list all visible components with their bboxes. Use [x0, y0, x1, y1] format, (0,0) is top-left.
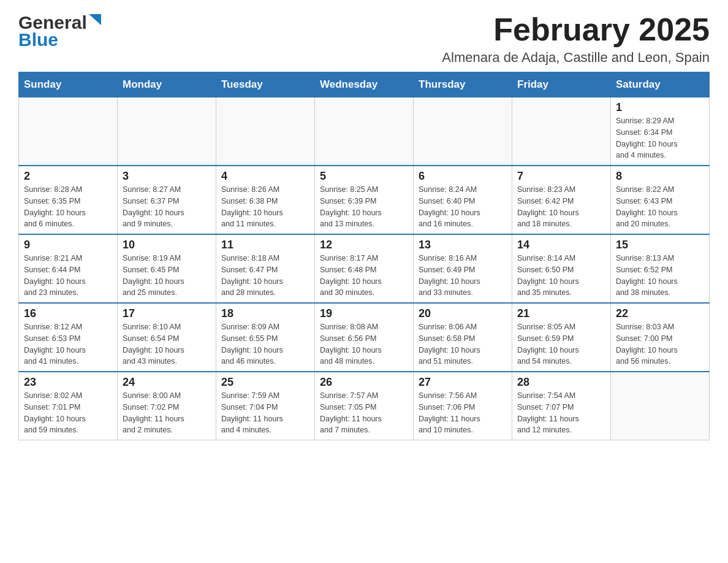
day-number: 4	[221, 170, 309, 183]
day-info: Sunrise: 8:18 AM Sunset: 6:47 PM Dayligh…	[221, 253, 309, 299]
day-info: Sunrise: 8:21 AM Sunset: 6:44 PM Dayligh…	[24, 253, 112, 299]
day-number: 28	[517, 376, 605, 389]
day-number: 21	[517, 307, 605, 320]
day-info: Sunrise: 8:28 AM Sunset: 6:35 PM Dayligh…	[24, 184, 112, 230]
weekday-header-friday: Friday	[512, 72, 611, 98]
calendar-cell: 1Sunrise: 8:29 AM Sunset: 6:34 PM Daylig…	[611, 98, 710, 166]
logo-arrow-icon	[89, 14, 101, 30]
day-info: Sunrise: 8:23 AM Sunset: 6:42 PM Dayligh…	[517, 184, 605, 230]
weekday-header-saturday: Saturday	[611, 72, 710, 98]
calendar-week-4: 16Sunrise: 8:12 AM Sunset: 6:53 PM Dayli…	[19, 303, 710, 372]
day-number: 24	[123, 376, 211, 389]
calendar-cell: 23Sunrise: 8:02 AM Sunset: 7:01 PM Dayli…	[19, 372, 118, 440]
calendar-cell: 10Sunrise: 8:19 AM Sunset: 6:45 PM Dayli…	[118, 234, 216, 303]
day-number: 7	[517, 170, 605, 183]
calendar-cell	[216, 98, 315, 166]
calendar-cell: 13Sunrise: 8:16 AM Sunset: 6:49 PM Dayli…	[414, 234, 512, 303]
day-number: 16	[24, 307, 112, 320]
day-info: Sunrise: 8:05 AM Sunset: 6:59 PM Dayligh…	[517, 321, 605, 367]
page-header: General Blue February 2025 Almenara de A…	[18, 12, 710, 66]
logo: General Blue	[18, 12, 101, 50]
day-info: Sunrise: 8:12 AM Sunset: 6:53 PM Dayligh…	[24, 321, 112, 367]
day-number: 5	[320, 170, 408, 183]
day-number: 1	[616, 101, 704, 114]
day-info: Sunrise: 8:13 AM Sunset: 6:52 PM Dayligh…	[616, 253, 704, 299]
calendar-cell: 6Sunrise: 8:24 AM Sunset: 6:40 PM Daylig…	[414, 166, 512, 234]
calendar-cell: 20Sunrise: 8:06 AM Sunset: 6:58 PM Dayli…	[414, 303, 512, 372]
day-info: Sunrise: 8:00 AM Sunset: 7:02 PM Dayligh…	[123, 390, 211, 436]
calendar-cell	[315, 98, 414, 166]
day-number: 27	[419, 376, 507, 389]
calendar-week-1: 1Sunrise: 8:29 AM Sunset: 6:34 PM Daylig…	[19, 98, 710, 166]
day-number: 22	[616, 307, 704, 320]
day-info: Sunrise: 8:26 AM Sunset: 6:38 PM Dayligh…	[221, 184, 309, 230]
calendar-cell: 4Sunrise: 8:26 AM Sunset: 6:38 PM Daylig…	[216, 166, 315, 234]
calendar-cell: 28Sunrise: 7:54 AM Sunset: 7:07 PM Dayli…	[512, 372, 611, 440]
calendar-week-2: 2Sunrise: 8:28 AM Sunset: 6:35 PM Daylig…	[19, 166, 710, 234]
weekday-header-sunday: Sunday	[19, 72, 118, 98]
day-info: Sunrise: 8:14 AM Sunset: 6:50 PM Dayligh…	[517, 253, 605, 299]
day-info: Sunrise: 8:29 AM Sunset: 6:34 PM Dayligh…	[616, 115, 704, 161]
day-number: 6	[419, 170, 507, 183]
calendar-cell: 8Sunrise: 8:22 AM Sunset: 6:43 PM Daylig…	[611, 166, 710, 234]
calendar-cell: 9Sunrise: 8:21 AM Sunset: 6:44 PM Daylig…	[19, 234, 118, 303]
day-info: Sunrise: 8:08 AM Sunset: 6:56 PM Dayligh…	[320, 321, 408, 367]
day-info: Sunrise: 7:59 AM Sunset: 7:04 PM Dayligh…	[221, 390, 309, 436]
weekday-header-row: SundayMondayTuesdayWednesdayThursdayFrid…	[19, 72, 710, 98]
day-number: 26	[320, 376, 408, 389]
weekday-header-thursday: Thursday	[414, 72, 512, 98]
calendar-cell: 24Sunrise: 8:00 AM Sunset: 7:02 PM Dayli…	[118, 372, 216, 440]
day-number: 3	[123, 170, 211, 183]
calendar-cell: 14Sunrise: 8:14 AM Sunset: 6:50 PM Dayli…	[512, 234, 611, 303]
day-info: Sunrise: 7:56 AM Sunset: 7:06 PM Dayligh…	[419, 390, 507, 436]
calendar-cell: 5Sunrise: 8:25 AM Sunset: 6:39 PM Daylig…	[315, 166, 414, 234]
day-number: 12	[320, 239, 408, 251]
weekday-header-monday: Monday	[118, 72, 216, 98]
calendar-week-3: 9Sunrise: 8:21 AM Sunset: 6:44 PM Daylig…	[19, 234, 710, 303]
day-number: 15	[616, 239, 704, 251]
day-info: Sunrise: 8:02 AM Sunset: 7:01 PM Dayligh…	[24, 390, 112, 436]
calendar-cell: 21Sunrise: 8:05 AM Sunset: 6:59 PM Dayli…	[512, 303, 611, 372]
calendar-cell: 16Sunrise: 8:12 AM Sunset: 6:53 PM Dayli…	[19, 303, 118, 372]
calendar-cell: 25Sunrise: 7:59 AM Sunset: 7:04 PM Dayli…	[216, 372, 315, 440]
calendar-cell: 18Sunrise: 8:09 AM Sunset: 6:55 PM Dayli…	[216, 303, 315, 372]
day-info: Sunrise: 8:16 AM Sunset: 6:49 PM Dayligh…	[419, 253, 507, 299]
calendar-table: SundayMondayTuesdayWednesdayThursdayFrid…	[18, 72, 710, 440]
location-subtitle: Almenara de Adaja, Castille and Leon, Sp…	[442, 50, 710, 66]
calendar-cell	[118, 98, 216, 166]
calendar-cell: 11Sunrise: 8:18 AM Sunset: 6:47 PM Dayli…	[216, 234, 315, 303]
title-section: February 2025 Almenara de Adaja, Castill…	[442, 12, 710, 66]
calendar-cell: 3Sunrise: 8:27 AM Sunset: 6:37 PM Daylig…	[118, 166, 216, 234]
day-info: Sunrise: 7:54 AM Sunset: 7:07 PM Dayligh…	[517, 390, 605, 436]
day-info: Sunrise: 8:09 AM Sunset: 6:55 PM Dayligh…	[221, 321, 309, 367]
calendar-cell: 7Sunrise: 8:23 AM Sunset: 6:42 PM Daylig…	[512, 166, 611, 234]
calendar-cell: 12Sunrise: 8:17 AM Sunset: 6:48 PM Dayli…	[315, 234, 414, 303]
weekday-header-tuesday: Tuesday	[216, 72, 315, 98]
calendar-cell: 15Sunrise: 8:13 AM Sunset: 6:52 PM Dayli…	[611, 234, 710, 303]
day-info: Sunrise: 7:57 AM Sunset: 7:05 PM Dayligh…	[320, 390, 408, 436]
day-number: 17	[123, 307, 211, 320]
day-number: 19	[320, 307, 408, 320]
calendar-cell: 26Sunrise: 7:57 AM Sunset: 7:05 PM Dayli…	[315, 372, 414, 440]
weekday-header-wednesday: Wednesday	[315, 72, 414, 98]
day-number: 25	[221, 376, 309, 389]
calendar-cell: 22Sunrise: 8:03 AM Sunset: 7:00 PM Dayli…	[611, 303, 710, 372]
calendar-cell: 2Sunrise: 8:28 AM Sunset: 6:35 PM Daylig…	[19, 166, 118, 234]
day-info: Sunrise: 8:19 AM Sunset: 6:45 PM Dayligh…	[123, 253, 211, 299]
day-info: Sunrise: 8:10 AM Sunset: 6:54 PM Dayligh…	[123, 321, 211, 367]
day-info: Sunrise: 8:25 AM Sunset: 6:39 PM Dayligh…	[320, 184, 408, 230]
day-number: 13	[419, 239, 507, 251]
day-number: 10	[123, 239, 211, 251]
calendar-cell	[512, 98, 611, 166]
logo-blue-text: Blue	[18, 29, 101, 50]
calendar-cell: 19Sunrise: 8:08 AM Sunset: 6:56 PM Dayli…	[315, 303, 414, 372]
day-number: 18	[221, 307, 309, 320]
day-number: 8	[616, 170, 704, 183]
day-number: 20	[419, 307, 507, 320]
month-title: February 2025	[442, 12, 710, 47]
calendar-cell	[611, 372, 710, 440]
day-number: 11	[221, 239, 309, 251]
calendar-cell	[19, 98, 118, 166]
day-info: Sunrise: 8:06 AM Sunset: 6:58 PM Dayligh…	[419, 321, 507, 367]
day-info: Sunrise: 8:22 AM Sunset: 6:43 PM Dayligh…	[616, 184, 704, 230]
